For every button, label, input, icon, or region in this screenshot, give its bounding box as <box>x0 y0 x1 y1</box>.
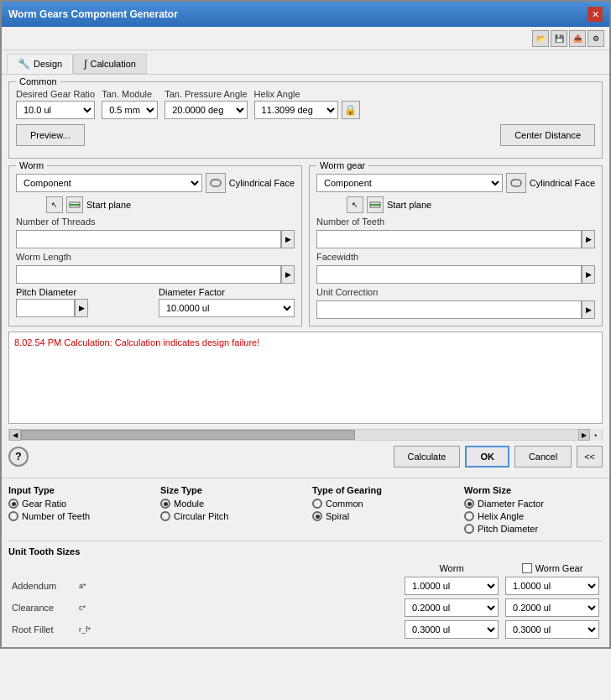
worm-gear-num-teeth-expand-btn[interactable]: ▶ <box>582 230 595 248</box>
input-type-num-teeth-radio[interactable] <box>8 511 18 521</box>
tan-pressure-angle-select[interactable]: 20.0000 deg <box>164 101 247 119</box>
input-type-radio-group: Gear Ratio Number of Teeth <box>8 499 147 521</box>
tan-module-select[interactable]: 0.5 mm <box>102 101 158 119</box>
worm-size-pitch-diameter-radio[interactable] <box>464 524 474 534</box>
worm-gear-num-teeth-input-row: 20 ul ▶ <box>316 230 595 248</box>
open-icon[interactable]: 📂 <box>532 30 549 47</box>
worm-diameter-factor-select[interactable]: 10.0000 ul <box>159 299 295 317</box>
worm-length-input[interactable]: 15 mm <box>16 265 281 284</box>
cancel-button[interactable]: Cancel <box>514 446 572 468</box>
save-icon[interactable]: 💾 <box>551 30 567 47</box>
size-type-radio-group: Module Circular Pitch <box>160 499 299 521</box>
worm-gear-checkbox[interactable] <box>522 563 532 573</box>
worm-pitch-diameter-row: Pitch Diameter 5.000 mm ▶ Diameter Facto… <box>16 287 295 317</box>
bottom-panel: Input Type Gear Ratio Number of Teeth Si… <box>2 478 609 647</box>
worm-start-plane-label: Start plane <box>86 200 131 210</box>
worm-pitch-diameter-input[interactable]: 5.000 mm <box>16 299 75 317</box>
worm-length-input-row: 15 mm ▶ <box>16 265 295 284</box>
worm-gear-facewidth-expand-btn[interactable]: ▶ <box>582 265 595 284</box>
log-message: 8.02.54 PM Calculation: Calculation indi… <box>14 337 259 347</box>
ok-button[interactable]: OK <box>465 446 509 468</box>
addendum-symbol: a* <box>76 575 401 597</box>
size-type-circular-pitch-radio[interactable] <box>160 511 170 521</box>
scroll-right-arrow[interactable]: ▶ <box>578 429 590 441</box>
desired-gear-ratio-select[interactable]: 10.0 ul <box>16 101 95 119</box>
input-type-title: Input Type <box>8 485 147 495</box>
svg-rect-0 <box>211 180 221 186</box>
worm-section: Worm Component Cylindrical Face ↖ <box>8 165 302 326</box>
worm-pitch-diameter-label: Pitch Diameter <box>16 287 152 297</box>
preview-button[interactable]: Preview... <box>16 124 85 146</box>
worm-gear-unit-correction-expand-btn[interactable]: ▶ <box>582 300 595 319</box>
worm-size-diameter-factor[interactable]: Diameter Factor <box>464 499 603 509</box>
addendum-worm-gear-select[interactable]: 1.0000 ul <box>505 577 599 595</box>
expand-panel-button[interactable]: << <box>577 446 603 468</box>
worm-gear-start-plane-icon-btn[interactable] <box>367 196 384 213</box>
clearance-worm-gear-select[interactable]: 0.2000 ul <box>505 598 599 617</box>
bottom-buttons-row: ? Calculate OK Cancel << <box>8 442 603 471</box>
worm-gear-num-teeth-label: Number of Teeth <box>316 217 384 227</box>
worm-num-threads-expand-btn[interactable]: ▶ <box>281 230 295 248</box>
input-type-num-teeth[interactable]: Number of Teeth <box>8 511 147 521</box>
worm-columns: Worm Component Cylindrical Face ↖ <box>8 165 603 326</box>
worm-gear-num-teeth-row: Number of Teeth <box>316 217 595 227</box>
worm-gear-cylindrical-face-icon-btn[interactable] <box>506 173 526 193</box>
worm-component-select[interactable]: Component <box>16 174 202 192</box>
worm-size-helix-angle-label: Helix Angle <box>478 511 524 521</box>
worm-length-expand-btn[interactable]: ▶ <box>281 265 295 284</box>
clearance-worm-select[interactable]: 0.2000 ul <box>405 598 499 617</box>
size-type-module-radio[interactable] <box>160 499 170 509</box>
scroll-track[interactable] <box>21 430 578 440</box>
size-type-circular-pitch[interactable]: Circular Pitch <box>160 511 299 521</box>
close-button[interactable]: ✕ <box>588 7 603 22</box>
worm-cylindrical-face-label: Cylindrical Face <box>229 178 295 188</box>
settings-icon[interactable]: ⚙ <box>588 30 604 47</box>
calculate-button[interactable]: Calculate <box>394 446 461 468</box>
worm-pitch-diameter-expand-btn[interactable]: ▶ <box>75 299 88 317</box>
worm-size-helix-angle-radio[interactable] <box>464 511 474 521</box>
tab-design[interactable]: 🔧 Design <box>7 54 73 74</box>
worm-gear-start-plane-cursor-btn[interactable]: ↖ <box>347 196 363 213</box>
center-distance-button[interactable]: Center Distance <box>500 124 595 146</box>
worm-gear-section: Worm gear Component Cylindrical Face ↖ <box>309 165 603 326</box>
worm-gear-facewidth-input[interactable]: 3.800 mm <box>316 265 582 284</box>
resize-handle[interactable]: ▪ <box>590 429 602 441</box>
tab-calculation[interactable]: ∫ Calculation <box>73 54 147 74</box>
type-of-gearing-spiral[interactable]: Spiral <box>312 511 451 521</box>
size-type-module[interactable]: Module <box>160 499 299 509</box>
worm-size-diameter-factor-radio[interactable] <box>464 499 474 509</box>
worm-start-plane-cursor-btn[interactable]: ↖ <box>46 196 63 213</box>
help-button[interactable]: ? <box>8 447 29 467</box>
helix-angle-group: Helix Angle 11.3099 deg 🔒 <box>254 89 360 119</box>
helix-angle-select[interactable]: 11.3099 deg <box>254 101 338 119</box>
type-of-gearing-radio-group: Common Spiral <box>312 499 451 521</box>
design-tab-icon: 🔧 <box>18 58 30 70</box>
input-type-gear-ratio-radio[interactable] <box>8 499 18 509</box>
addendum-worm-select[interactable]: 1.0000 ul <box>405 577 499 595</box>
worm-cylindrical-face-icon-btn[interactable] <box>206 173 226 193</box>
worm-size-radio-group: Diameter Factor Helix Angle Pitch Diamet… <box>464 499 603 534</box>
worm-gear-num-teeth-input[interactable]: 20 ul <box>316 230 582 248</box>
worm-size-pitch-diameter[interactable]: Pitch Diameter <box>464 524 603 534</box>
main-content: Common Desired Gear Ratio 10.0 ul Tan. M… <box>2 75 609 478</box>
scroll-thumb[interactable] <box>21 430 355 440</box>
type-of-gearing-common[interactable]: Common <box>312 499 451 509</box>
worm-start-plane-row: ↖ Start plane <box>46 196 295 213</box>
export-icon[interactable]: 📤 <box>569 30 586 47</box>
root-fillet-worm-gear-select[interactable]: 0.3000 ul <box>505 620 599 639</box>
type-of-gearing-common-radio[interactable] <box>312 499 322 509</box>
horizontal-scrollbar[interactable]: ◀ ▶ ▪ <box>8 429 603 441</box>
worm-gear-cylindrical-face-label: Cylindrical Face <box>530 178 595 188</box>
worm-size-helix-angle[interactable]: Helix Angle <box>464 511 603 521</box>
scroll-left-arrow[interactable]: ◀ <box>9 429 21 441</box>
input-type-gear-ratio[interactable]: Gear Ratio <box>8 499 147 509</box>
root-fillet-worm-cell: 0.3000 ul <box>401 619 502 640</box>
type-of-gearing-spiral-radio[interactable] <box>312 511 322 521</box>
worm-num-threads-input[interactable]: 2 ul <box>16 230 281 248</box>
helix-angle-lock-button[interactable]: 🔒 <box>342 101 360 119</box>
worm-start-plane-icon-btn[interactable] <box>66 196 83 213</box>
root-fillet-worm-select[interactable]: 0.3000 ul <box>405 620 499 639</box>
worm-gear-unit-correction-input[interactable]: 0.0000 ul <box>316 300 582 319</box>
tan-module-group: Tan. Module 0.5 mm <box>102 89 158 119</box>
worm-gear-component-select[interactable]: Component <box>316 174 503 192</box>
